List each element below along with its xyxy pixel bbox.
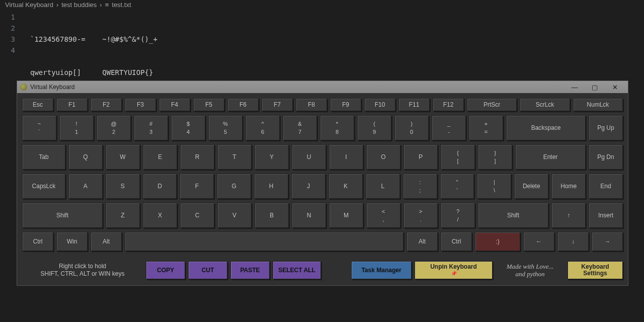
key-i[interactable]: I	[329, 144, 363, 170]
key-h[interactable]: H	[254, 174, 288, 199]
key-home[interactable]: Home	[551, 174, 586, 199]
breadcrumb-root[interactable]: Virtual Keyboard	[5, 1, 53, 9]
key-f8[interactable]: F8	[296, 98, 327, 111]
key-ctrl-right[interactable]: Ctrl	[441, 232, 472, 251]
maximize-button[interactable]: ▢	[585, 81, 605, 93]
key-1[interactable]: !1	[59, 115, 94, 140]
key-f6[interactable]: F6	[227, 98, 259, 111]
key-n[interactable]: N	[292, 203, 326, 228]
key-lbracket[interactable]: {[	[441, 144, 475, 170]
key-u[interactable]: U	[292, 144, 326, 170]
key-tab[interactable]: Tab	[22, 144, 65, 170]
close-button[interactable]: ✕	[605, 81, 625, 93]
key-p[interactable]: P	[404, 144, 438, 170]
key-slash[interactable]: ?/	[441, 203, 475, 228]
key-8[interactable]: *8	[320, 115, 354, 140]
key-2[interactable]: @2	[97, 115, 131, 140]
key-s[interactable]: S	[106, 174, 140, 199]
key-quote[interactable]: "'	[440, 174, 474, 199]
copy-button[interactable]: COPY	[146, 261, 185, 279]
key-ctrl-left[interactable]: Ctrl	[22, 232, 53, 251]
key-x[interactable]: X	[143, 203, 177, 228]
key-numlck[interactable]: NumLck	[573, 98, 623, 111]
key-k[interactable]: K	[329, 174, 363, 199]
key-j[interactable]: J	[291, 174, 326, 199]
key-delete[interactable]: Delete	[514, 174, 548, 199]
key-shift-right[interactable]: Shift	[478, 203, 548, 228]
key-rbracket[interactable]: }]	[478, 144, 512, 170]
key-f10[interactable]: F10	[364, 98, 395, 111]
key-win[interactable]: Win	[56, 232, 88, 251]
keyboard-settings-button[interactable]: Keyboard Settings	[568, 261, 623, 279]
breadcrumb-folder[interactable]: test buddies	[61, 1, 97, 9]
select-all-button[interactable]: SELECT ALL	[273, 261, 321, 279]
code-line[interactable]: qwertyuiop[] QWERTYUIOP{}	[30, 67, 157, 78]
key-prtscr[interactable]: PrtScr	[467, 98, 517, 111]
key-l[interactable]: L	[366, 174, 400, 199]
key-backtick[interactable]: ~`	[22, 115, 56, 140]
key-smile[interactable]: :)	[475, 232, 520, 251]
key-5[interactable]: %5	[208, 115, 243, 140]
key-backslash[interactable]: |\	[477, 174, 511, 199]
key-f3[interactable]: F3	[125, 98, 156, 111]
key-y[interactable]: Y	[255, 144, 289, 170]
key-c[interactable]: C	[180, 203, 214, 228]
key-7[interactable]: &7	[283, 115, 317, 140]
key-esc[interactable]: Esc	[22, 98, 53, 111]
breadcrumb-file[interactable]: test.txt	[112, 1, 131, 9]
key-b[interactable]: B	[255, 203, 289, 228]
key-z[interactable]: Z	[106, 203, 140, 228]
key-r[interactable]: R	[180, 144, 214, 170]
cut-button[interactable]: CUT	[188, 261, 227, 279]
key-scrlck[interactable]: ScrLck	[520, 98, 570, 111]
key-d[interactable]: D	[143, 174, 177, 199]
key-shift-left[interactable]: Shift	[22, 203, 103, 228]
minimize-button[interactable]: —	[565, 81, 585, 93]
key-o[interactable]: O	[366, 144, 400, 170]
paste-button[interactable]: PASTE	[230, 261, 270, 279]
key-left[interactable]: ←	[523, 232, 554, 251]
key-pgdn[interactable]: Pg Dn	[589, 144, 623, 170]
key-q[interactable]: Q	[68, 144, 103, 170]
key-alt-left[interactable]: Alt	[91, 232, 122, 251]
key-f1[interactable]: F1	[56, 98, 88, 111]
key-f5[interactable]: F5	[193, 98, 224, 111]
key-a[interactable]: A	[68, 174, 103, 199]
key-6[interactable]: ^6	[246, 115, 280, 140]
key-period[interactable]: >.	[404, 203, 438, 228]
code-line[interactable]: `1234567890-= ~!@#$%^&*()_+	[30, 34, 157, 45]
key-comma[interactable]: <,	[366, 203, 400, 228]
key-equals[interactable]: +=	[469, 115, 503, 140]
key-9[interactable]: (9	[357, 115, 391, 140]
key-end[interactable]: End	[589, 174, 623, 199]
key-e[interactable]: E	[143, 144, 177, 170]
key-f2[interactable]: F2	[91, 98, 122, 111]
key-f[interactable]: F	[180, 174, 214, 199]
title-bar[interactable]: Virtual Keyboard — ▢ ✕	[17, 81, 628, 93]
key-f9[interactable]: F9	[330, 98, 361, 111]
key-space[interactable]	[125, 232, 404, 251]
key-insert[interactable]: Insert	[589, 203, 623, 228]
key-minus[interactable]: _-	[432, 115, 466, 140]
task-manager-button[interactable]: Task Manager	[351, 261, 412, 279]
key-m[interactable]: M	[329, 203, 363, 228]
key-4[interactable]: $4	[171, 115, 205, 140]
key-0[interactable]: )0	[394, 115, 429, 140]
key-f11[interactable]: F11	[398, 98, 430, 111]
key-enter[interactable]: Enter	[515, 144, 586, 170]
key-w[interactable]: W	[106, 144, 140, 170]
key-pgup[interactable]: Pg Up	[589, 115, 623, 140]
key-alt-right[interactable]: Alt	[407, 232, 438, 251]
key-f4[interactable]: F4	[159, 98, 190, 111]
key-backspace[interactable]: Backspace	[506, 115, 586, 140]
unpin-keyboard-button[interactable]: Unpin Keyboard 📌	[415, 261, 493, 279]
key-g[interactable]: G	[217, 174, 251, 199]
key-v[interactable]: V	[217, 203, 252, 228]
key-right[interactable]: →	[592, 232, 623, 251]
key-f7[interactable]: F7	[262, 98, 293, 111]
key-up[interactable]: ↑	[551, 203, 586, 228]
key-semicolon[interactable]: :;	[403, 174, 437, 199]
key-down[interactable]: ↓	[557, 232, 589, 251]
key-t[interactable]: T	[217, 144, 252, 170]
key-f12[interactable]: F12	[433, 98, 464, 111]
